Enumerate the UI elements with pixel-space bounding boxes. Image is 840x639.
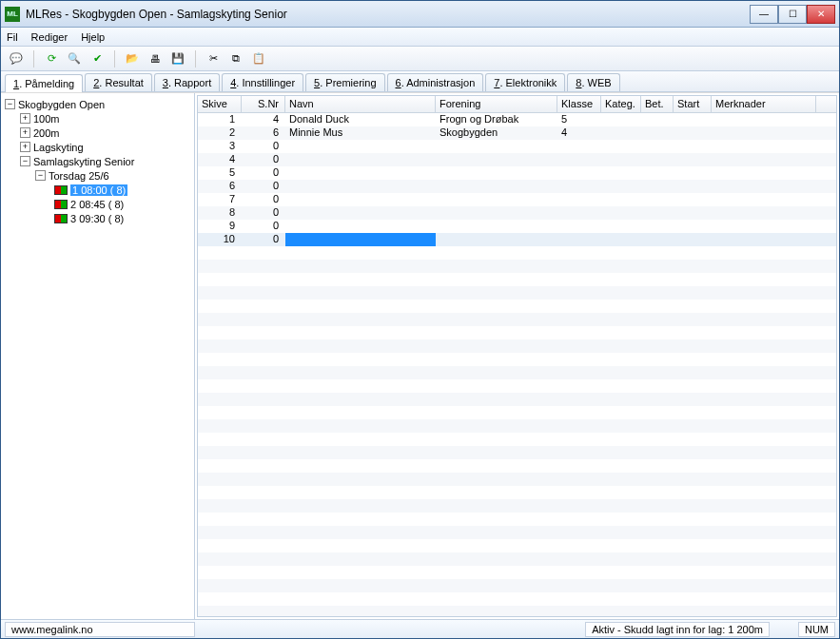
tree-slot[interactable]: 1 08:00 ( 8) xyxy=(3,183,192,197)
col-merknader[interactable]: Merknader xyxy=(712,96,816,112)
tab-resultat[interactable]: 2. Resultat xyxy=(85,73,152,91)
app-icon: ML xyxy=(5,7,20,22)
maximize-button[interactable]: ☐ xyxy=(778,5,807,24)
table-row[interactable]: 30 xyxy=(198,140,836,153)
table-row-empty xyxy=(198,393,836,406)
col-start[interactable]: Start xyxy=(674,96,712,112)
table-row-empty xyxy=(198,273,836,286)
col-forening[interactable]: Forening xyxy=(436,96,557,112)
table-row-empty xyxy=(198,419,836,433)
close-button[interactable]: ✕ xyxy=(807,5,835,24)
tab-påmelding[interactable]: 1. Påmelding xyxy=(5,74,83,92)
col-klasse[interactable]: Klasse xyxy=(557,96,601,112)
window-title: MLRes - Skogbygden Open - Samlagskyting … xyxy=(26,8,750,21)
table-row-empty xyxy=(198,379,836,393)
table-row-empty xyxy=(198,260,836,273)
refresh-icon[interactable]: ⟳ xyxy=(42,49,61,68)
tree-day[interactable]: −Torsdag 25/6 xyxy=(3,168,192,183)
menu-hjelp[interactable]: Hjelp xyxy=(81,31,105,43)
table-row-empty xyxy=(198,406,836,419)
search-icon[interactable]: 🔍 xyxy=(65,49,84,68)
col-skive[interactable]: Skive xyxy=(198,96,242,112)
table-row[interactable]: 50 xyxy=(198,166,836,180)
grid-body[interactable]: 14Donald DuckFrogn og Drøbak526Minnie Mu… xyxy=(198,113,836,616)
tab-elektronikk[interactable]: 7. Elektronikk xyxy=(485,73,565,91)
tree-slot[interactable]: 2 08:45 ( 8) xyxy=(3,197,192,211)
table-row-empty xyxy=(198,579,836,592)
table-row-empty xyxy=(198,566,836,579)
copy-icon[interactable]: ⧉ xyxy=(226,49,245,68)
tree-item[interactable]: +Lagskyting xyxy=(3,140,192,154)
table-row[interactable]: 100 xyxy=(198,233,836,246)
menu-rediger[interactable]: Rediger xyxy=(31,31,68,43)
save-icon[interactable]: 💾 xyxy=(168,49,187,68)
check-icon[interactable]: ✔ xyxy=(88,49,107,68)
app-window: ML MLRes - Skogbygden Open - Samlagskyti… xyxy=(0,0,840,639)
table-row-empty xyxy=(198,552,836,566)
table-row-empty xyxy=(198,246,836,260)
tabbar: 1. Påmelding2. Resultat3. Rapport4. Inns… xyxy=(1,71,839,92)
table-row-empty xyxy=(198,592,836,606)
tree-item[interactable]: +100m xyxy=(3,111,192,126)
tab-administrasjon[interactable]: 6. Administrasjon xyxy=(387,73,484,91)
tree-item[interactable]: +200m xyxy=(3,126,192,140)
table-row[interactable]: 40 xyxy=(198,153,836,166)
table-row[interactable]: 60 xyxy=(198,180,836,193)
cut-icon[interactable]: ✂ xyxy=(204,49,223,68)
col-navn[interactable]: Navn xyxy=(285,96,436,112)
status-num: NUM xyxy=(798,622,835,637)
table-row-empty xyxy=(198,326,836,339)
tab-innstillinger[interactable]: 4. Innstillinger xyxy=(222,73,303,91)
content: −Skogbygden Open +100m+200m+Lagskyting−S… xyxy=(1,92,839,619)
table-row[interactable]: 14Donald DuckFrogn og Drøbak5 xyxy=(198,113,836,126)
table-row[interactable]: 80 xyxy=(198,206,836,220)
titlebar: ML MLRes - Skogbygden Open - Samlagskyti… xyxy=(1,1,839,28)
tree-root[interactable]: −Skogbygden Open xyxy=(3,97,192,111)
table-row-empty xyxy=(198,300,836,313)
table-row-empty xyxy=(198,446,836,459)
tab-web[interactable]: 8. WEB xyxy=(567,73,619,91)
toolbar: 💬 ⟳ 🔍 ✔ 📂 🖶 💾 ✂ ⧉ 📋 xyxy=(1,47,839,71)
col-bet[interactable]: Bet. xyxy=(641,96,674,112)
table-row[interactable]: 90 xyxy=(198,220,836,233)
table-row-empty xyxy=(198,486,836,499)
tree-item[interactable]: −Samlagskyting Senior xyxy=(3,154,192,168)
statusbar: www.megalink.no Aktiv - Skudd lagt inn f… xyxy=(1,619,839,638)
open-icon[interactable]: 📂 xyxy=(123,49,142,68)
tree[interactable]: −Skogbygden Open +100m+200m+Lagskyting−S… xyxy=(1,93,195,619)
status-message: Aktiv - Skudd lagt inn for lag: 1 200m xyxy=(585,622,770,637)
menu-fil[interactable]: Fil xyxy=(7,31,18,43)
table-row-empty xyxy=(198,513,836,526)
table-row-empty xyxy=(198,286,836,300)
table-row-empty xyxy=(198,366,836,379)
table-row-empty xyxy=(198,459,836,473)
table-row-empty xyxy=(198,606,836,616)
tab-rapport[interactable]: 3. Rapport xyxy=(154,73,220,91)
menubar: Fil Rediger Hjelp xyxy=(1,28,839,47)
grid: Skive S.Nr Navn Forening Klasse Kateg. B… xyxy=(197,95,837,617)
table-row-empty xyxy=(198,539,836,552)
table-row-empty xyxy=(198,353,836,366)
minimize-button[interactable]: — xyxy=(750,5,778,24)
table-row-empty xyxy=(198,313,836,326)
table-row[interactable]: 70 xyxy=(198,193,836,206)
table-row-empty xyxy=(198,339,836,353)
status-url: www.megalink.no xyxy=(5,622,195,637)
col-kateg[interactable]: Kateg. xyxy=(601,96,641,112)
print-icon[interactable]: 🖶 xyxy=(146,49,165,68)
paste-icon[interactable]: 📋 xyxy=(249,49,268,68)
table-row-empty xyxy=(198,473,836,486)
bubble-icon[interactable]: 💬 xyxy=(7,49,26,68)
table-row-empty xyxy=(198,526,836,539)
tab-premiering[interactable]: 5. Premiering xyxy=(305,73,384,91)
grid-header: Skive S.Nr Navn Forening Klasse Kateg. B… xyxy=(198,96,836,113)
col-snr[interactable]: S.Nr xyxy=(242,96,285,112)
tree-slot[interactable]: 3 09:30 ( 8) xyxy=(3,211,192,225)
table-row-empty xyxy=(198,433,836,446)
table-row-empty xyxy=(198,499,836,513)
table-row[interactable]: 26Minnie MusSkogbygden4 xyxy=(198,126,836,140)
